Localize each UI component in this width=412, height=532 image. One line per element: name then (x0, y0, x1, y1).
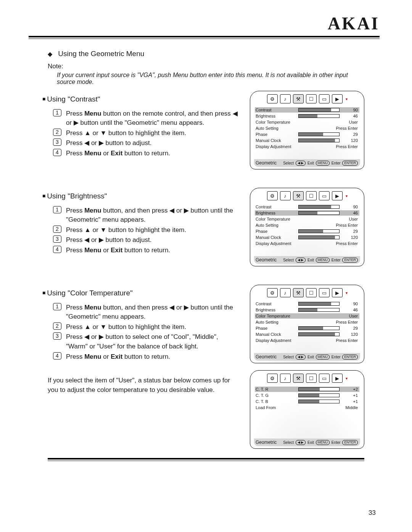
osd-tab-icon: ▶ (332, 288, 343, 297)
osd-row: Auto Setting Press Enter (255, 222, 359, 228)
osd-tv-badge: ▾ (346, 194, 348, 198)
osd-row: Manual Clock 120 (255, 138, 359, 143)
rule-thick (29, 36, 380, 37)
osd-tab-icon: ⚒ (293, 288, 304, 297)
osd-tab-icon: ▭ (319, 191, 330, 200)
osd-row: Contrast 90 (255, 204, 359, 210)
osd-row: Auto Setting Press Enter (255, 126, 359, 131)
osd-row: Contrast 90 (255, 107, 359, 113)
osd-tab-icon: ♪ (280, 288, 291, 297)
osd-tab-icon: ⚙ (267, 374, 278, 383)
osd-tv-badge: ▾ (346, 291, 348, 295)
osd-footer: Geometric Select ◀ ▶ Exit MENU Enter ENT… (254, 438, 360, 446)
osd-row: Brightness 46 (255, 113, 359, 119)
osd-row: Brightness 46 (255, 210, 359, 216)
osd-tab-icon: ☐ (306, 374, 317, 383)
osd-tab-icon: ⚒ (293, 191, 304, 200)
brand-logo: AKAI (29, 13, 380, 34)
osd-tab-icon: ▭ (319, 94, 330, 103)
rule-thick-bottom (48, 458, 364, 459)
osd-tab-icon: ♪ (280, 191, 291, 200)
osd-tab-icon: ♪ (280, 374, 291, 383)
osd-footer: Geometric Select ◀ ▶ Exit MENU Enter ENT… (254, 159, 360, 167)
sub-heading-brightness: Using "Brightness" (42, 191, 240, 202)
osd-panel-user-ct: ⚙♪⚒☐▭▶▾ C. T. R +2 C. T. G +1 C. T. B +1… (250, 370, 364, 449)
user-note: If you select the item of "User", a stat… (48, 376, 240, 395)
page-number: 33 (369, 509, 376, 517)
osd-row: Contrast 90 (255, 301, 359, 306)
diamond-icon: ◆ (48, 50, 56, 58)
osd-tab-icon: ♪ (280, 94, 291, 103)
osd-footer: Geometric Select ◀ ▶ Exit MENU Enter ENT… (254, 353, 360, 361)
osd-row: Display Adjustment Press Enter (255, 241, 359, 246)
osd-tab-icon: ⚙ (267, 288, 278, 297)
osd-row: Display Adjustment Press Enter (255, 338, 359, 343)
osd-row: Phase 29 (255, 229, 359, 234)
osd-panel-color-temp: ⚙♪⚒☐▭▶▾ Contrast 90 Brightness 46 Color … (250, 285, 364, 363)
osd-row: C. T. R +2 (255, 387, 359, 392)
osd-row: Color Temperature User (255, 119, 359, 125)
osd-row: Phase 29 (255, 326, 359, 331)
osd-tab-icon: ⚙ (267, 191, 278, 200)
osd-row: Color Temperature User (255, 216, 359, 222)
osd-tv-badge: ▾ (346, 97, 348, 101)
osd-tab-icon: ☐ (306, 288, 317, 297)
note-body: If your current input source is "VGA", p… (57, 72, 364, 85)
osd-row: Auto Setting Press Enter (255, 319, 359, 325)
osd-panel-contrast: ⚙♪⚒☐▭▶▾ Contrast 90 Brightness 46 Color … (250, 91, 364, 169)
osd-tv-badge: ▾ (346, 376, 348, 380)
rule-thin-bottom (48, 461, 364, 461)
osd-tab-icon: ☐ (306, 191, 317, 200)
osd-tab-icon: ⚒ (293, 94, 304, 103)
osd-panel-brightness: ⚙♪⚒☐▭▶▾ Contrast 90 Brightness 46 Color … (250, 188, 364, 266)
osd-row: Manual Clock 120 (255, 332, 359, 337)
note-label: Note: (48, 63, 364, 70)
osd-row: Display Adjustment Press Enter (255, 144, 359, 149)
osd-tab-icon: ▶ (332, 191, 343, 200)
osd-row: Manual Clock 120 (255, 235, 359, 240)
sub-heading-color-temp: Using "Color Temperature" (42, 288, 240, 298)
steps-contrast: 1 Press Menu button on the remote contro… (53, 109, 240, 158)
osd-row: Color Temperature User (255, 313, 359, 319)
osd-tab-icon: ☐ (306, 94, 317, 103)
osd-footer: Geometric Select ◀ ▶ Exit MENU Enter ENT… (254, 256, 360, 264)
osd-tab-icon: ▭ (319, 288, 330, 297)
sub-heading-contrast: Using "Contrast" (42, 94, 240, 105)
main-heading: ◆ Using the Geometric Menu (48, 50, 364, 58)
osd-tab-icon: ⚒ (293, 374, 304, 383)
osd-tab-icon: ▭ (319, 374, 330, 383)
osd-tab-icon: ⚙ (267, 94, 278, 103)
osd-row: Phase 29 (255, 132, 359, 137)
osd-row: Load From Middle (255, 405, 359, 410)
osd-tab-icon: ▶ (332, 374, 343, 383)
steps-color-temp: 1 Press Menu button, and then press ◀ or… (53, 303, 240, 362)
osd-row: C. T. B +1 (255, 399, 359, 404)
osd-row: Brightness 46 (255, 307, 359, 313)
osd-tab-icon: ▶ (332, 94, 343, 103)
steps-brightness: 1 Press Menu button, and then press ◀ or… (53, 206, 240, 255)
osd-row: C. T. G +1 (255, 393, 359, 398)
